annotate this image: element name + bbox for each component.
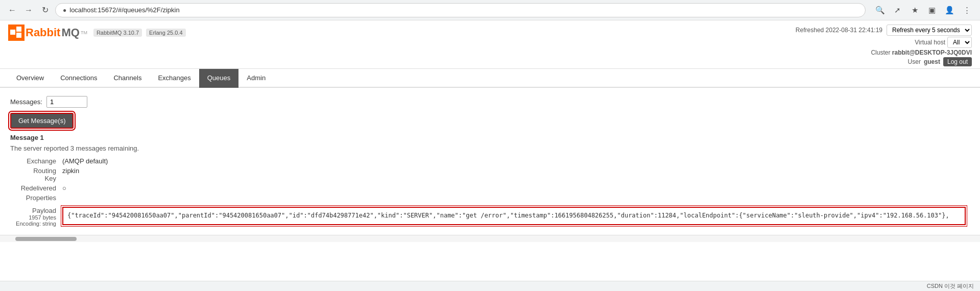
nav-item-exchanges[interactable]: Exchanges [150,69,199,88]
address-bar[interactable]: ● localhost:15672/#/queues/%2F/zipkin [55,3,866,17]
bookmark-icon[interactable]: ★ [907,3,922,17]
refresh-row: Refreshed 2022-08-31 22:41:19 Refresh ev… [796,25,972,36]
refreshed-timestamp: Refreshed 2022-08-31 22:41:19 [796,27,882,34]
properties-label: Properties [10,194,56,202]
virtual-host-row: Virtual host All [796,37,972,48]
messages-row: Messages: [10,96,970,108]
nav-bar: Overview Connections Channels Exchanges … [0,69,980,88]
payload-label: Payload [10,207,56,214]
payload-size: 1957 bytes [10,214,56,221]
cluster-row: Cluster rabbit@DESKTOP-3JQ0DVI [796,49,972,56]
menu-icon[interactable]: ⋮ [960,3,974,17]
get-messages-wrapper: Get Message(s) [10,113,970,129]
exchange-label: Exchange [10,157,56,165]
virtual-host-select[interactable]: All [947,37,972,48]
messages-input[interactable] [46,96,87,108]
logo-mq-text: MQ [61,26,79,39]
erlang-version: Erlang 25.0.4 [146,29,185,37]
logo-icon [8,25,25,41]
svg-rect-0 [10,30,15,35]
messages-label: Messages: [10,98,42,106]
svg-rect-2 [16,33,21,38]
lock-icon: ● [63,7,66,14]
logo: Rabbit MQ TM [8,25,87,41]
refresh-select[interactable]: Refresh every 5 seconds No refresh Every… [887,25,972,36]
routing-key-row: RoutingKey zipkin [10,167,970,182]
payload-encoding: Encoding: string [10,221,56,227]
share-icon[interactable]: ➚ [890,3,904,17]
search-icon[interactable]: 🔍 [873,3,887,17]
server-note: The server reported 3 messages remaining… [10,144,970,152]
redelivered-value: ○ [62,184,66,192]
exchange-row: Exchange (AMQP default) [10,157,970,165]
virtual-host-label: Virtual host [915,39,945,46]
routing-key-label: RoutingKey [10,167,56,182]
payload-section: Payload 1957 bytes Encoding: string {"tr… [10,207,970,227]
back-button[interactable]: ← [6,4,18,16]
profile-icon[interactable]: 👤 [942,3,957,17]
nav-item-connections[interactable]: Connections [52,69,105,88]
svg-rect-1 [16,27,21,32]
payload-label-col: Payload 1957 bytes Encoding: string [10,207,56,227]
message-heading: Message 1 [10,134,970,141]
version-info: RabbitMQ 3.10.7 Erlang 25.0.4 [93,29,186,37]
redelivered-label: Redelivered [10,184,56,192]
address-text: localhost:15672/#/queues/%2F/zipkin [69,6,858,14]
message-details: Exchange (AMQP default) RoutingKey zipki… [10,157,970,202]
rabbitmq-version: RabbitMQ 3.10.7 [93,29,142,37]
forward-button[interactable]: → [22,4,35,16]
nav-item-overview[interactable]: Overview [8,69,52,88]
main-content: Messages: Get Message(s) Message 1 The s… [0,88,980,235]
logo-rabbit-text: Rabbit [26,26,60,39]
exchange-value: (AMQP default) [62,157,108,165]
bottom-scrollbar[interactable] [0,235,980,242]
get-messages-button[interactable]: Get Message(s) [10,113,74,129]
user-row: User guest Log out [796,57,972,66]
user-value: guest [924,58,940,65]
scroll-thumb[interactable] [15,237,77,241]
reload-button[interactable]: ↻ [39,4,51,16]
cluster-value: rabbit@DESKTOP-3JQ0DVI [892,49,972,56]
routing-key-value: zipkin [62,167,79,175]
browser-tools: 🔍 ➚ ★ ▣ 👤 ⋮ [873,3,974,17]
nav-item-channels[interactable]: Channels [105,69,150,88]
tab-icon[interactable]: ▣ [925,3,939,17]
app-header: Rabbit MQ TM RabbitMQ 3.10.7 Erlang 25.0… [0,20,980,69]
properties-row: Properties [10,194,970,202]
logout-button[interactable]: Log out [943,57,972,66]
user-label: User [908,58,921,65]
logo-tm-text: TM [81,30,87,35]
nav-item-admin[interactable]: Admin [238,69,274,88]
redelivered-row: Redelivered ○ [10,184,970,192]
header-right: Refreshed 2022-08-31 22:41:19 Refresh ev… [796,25,972,66]
browser-chrome: ← → ↻ ● localhost:15672/#/queues/%2F/zip… [0,0,980,20]
payload-content: {"traceId":"945420081650aa07","parentId"… [62,207,966,225]
cluster-label: Cluster [871,49,890,56]
logo-area: Rabbit MQ TM RabbitMQ 3.10.7 Erlang 25.0… [8,25,186,41]
payload-block: Payload 1957 bytes Encoding: string {"tr… [10,207,970,227]
nav-item-queues[interactable]: Queues [199,69,239,88]
